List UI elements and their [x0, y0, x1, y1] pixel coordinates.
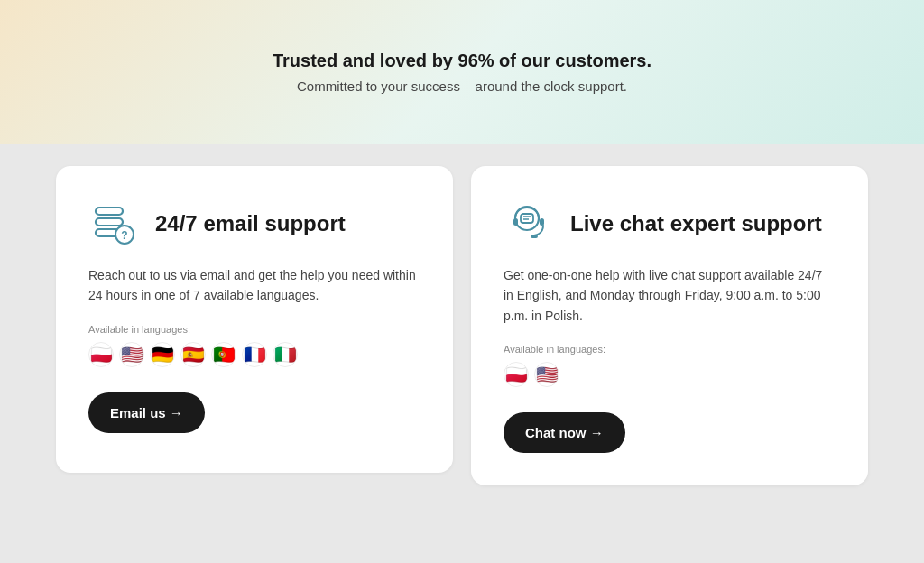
flag-fr: 🇫🇷	[242, 342, 267, 367]
flag-us: 🇺🇸	[119, 342, 144, 367]
email-languages-label: Available in languages:	[88, 324, 420, 335]
flag-it: 🇮🇹	[273, 342, 298, 367]
cards-section: ? 24/7 email support Reach out to us via…	[0, 144, 924, 563]
svg-rect-1	[96, 218, 123, 226]
card-header-email: ? 24/7 email support	[88, 198, 420, 249]
email-language-flags: 🇵🇱 🇺🇸 🇩🇪 🇪🇸 🇵🇹 🇫🇷 🇮🇹	[88, 342, 420, 367]
svg-rect-6	[521, 214, 533, 223]
email-card-title: 24/7 email support	[155, 211, 346, 237]
svg-rect-11	[531, 235, 538, 238]
chat-card-description: Get one-on-one help with live chat suppo…	[504, 265, 836, 326]
chat-now-button[interactable]: Chat now →	[504, 412, 625, 453]
flag-pt: 🇵🇹	[211, 342, 236, 367]
flag-pl: 🇵🇱	[88, 342, 114, 367]
svg-rect-9	[513, 218, 518, 226]
flag-es: 🇪🇸	[180, 342, 206, 367]
chat-card-title: Live chat expert support	[570, 211, 822, 237]
email-support-icon: ?	[88, 198, 139, 249]
email-us-button[interactable]: Email us →	[88, 392, 205, 433]
hero-title: Trusted and loved by 96% of our customer…	[273, 51, 651, 71]
svg-text:?: ?	[121, 229, 127, 242]
svg-rect-10	[540, 218, 544, 226]
card-header-chat: Live chat expert support	[504, 198, 836, 249]
chat-support-icon	[504, 198, 554, 249]
email-card-description: Reach out to us via email and get the he…	[88, 265, 420, 306]
hero-banner: Trusted and loved by 96% of our customer…	[0, 0, 924, 144]
hero-subtitle: Committed to your success – around the c…	[297, 78, 627, 94]
svg-rect-0	[96, 208, 123, 215]
chat-flag-pl: 🇵🇱	[504, 362, 529, 387]
page-wrapper: Trusted and loved by 96% of our customer…	[0, 0, 924, 563]
chat-flag-us: 🇺🇸	[534, 362, 559, 387]
flag-de: 🇩🇪	[150, 342, 175, 367]
chat-languages-label: Available in languages:	[504, 344, 836, 355]
chat-support-card: Live chat expert support Get one-on-one …	[471, 166, 868, 485]
email-support-card: ? 24/7 email support Reach out to us via…	[56, 166, 453, 473]
chat-language-flags: 🇵🇱 🇺🇸	[504, 362, 836, 387]
